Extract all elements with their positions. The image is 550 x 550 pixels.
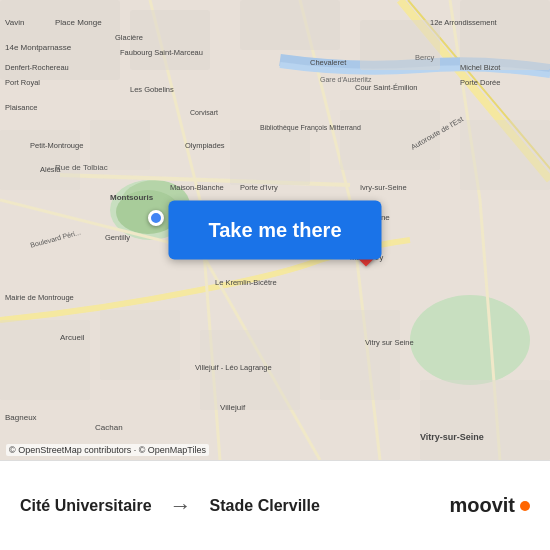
svg-rect-19	[420, 380, 550, 460]
svg-rect-14	[460, 120, 550, 190]
svg-text:Le Kremlin-Bicêtre: Le Kremlin-Bicêtre	[215, 278, 277, 287]
svg-text:Bibliothèque François Mitterra: Bibliothèque François Mitterrand	[260, 124, 361, 132]
svg-text:Villejuif: Villejuif	[220, 403, 246, 412]
svg-text:Porte d'Ivry: Porte d'Ivry	[240, 183, 278, 192]
svg-text:Gentilly: Gentilly	[105, 233, 130, 242]
svg-text:Vitry-sur-Seine: Vitry-sur-Seine	[420, 432, 484, 442]
svg-rect-12	[230, 130, 310, 185]
bottom-bar: Cité Universitaire → Stade Clerville moo…	[0, 460, 550, 550]
svg-rect-15	[0, 320, 90, 400]
map-container: Rue de Tolbiac Boulevard Péri... Autorou…	[0, 0, 550, 460]
svg-text:Corvisart: Corvisart	[190, 109, 218, 116]
svg-text:Cour Saint-Émilion: Cour Saint-Émilion	[355, 83, 418, 92]
svg-text:Bercy: Bercy	[415, 53, 434, 62]
svg-text:Cachan: Cachan	[95, 423, 123, 432]
svg-point-4	[410, 295, 530, 385]
route-destination: Stade Clerville	[210, 497, 320, 515]
svg-text:Place Monge: Place Monge	[55, 18, 102, 27]
svg-text:Villejuif - Léo Lagrange: Villejuif - Léo Lagrange	[195, 363, 272, 372]
svg-text:Faubourg Saint-Marceau: Faubourg Saint-Marceau	[120, 48, 203, 57]
svg-rect-18	[320, 310, 400, 400]
svg-text:Denfert-Rochereau: Denfert-Rochereau	[5, 63, 69, 72]
svg-text:Rue de Tolbiac: Rue de Tolbiac	[55, 163, 108, 172]
svg-text:Maison-Blanche: Maison-Blanche	[170, 183, 224, 192]
map-copyright: © OpenStreetMap contributors · © OpenMap…	[6, 444, 209, 456]
origin-marker	[148, 210, 164, 226]
route-info: Cité Universitaire → Stade Clerville	[20, 493, 449, 519]
svg-text:Vavin: Vavin	[5, 18, 24, 27]
origin-label: Cité Universitaire	[20, 497, 152, 515]
svg-text:14e Montparnasse: 14e Montparnasse	[5, 43, 72, 52]
svg-rect-7	[240, 0, 340, 50]
svg-rect-10	[0, 130, 80, 190]
svg-text:Porte Dorée: Porte Dorée	[460, 78, 500, 87]
destination-label: Stade Clerville	[210, 497, 320, 515]
svg-text:Port Royal: Port Royal	[5, 78, 40, 87]
svg-text:Les Gobelins: Les Gobelins	[130, 85, 174, 94]
moovit-dot	[520, 501, 530, 511]
svg-text:Gare d'Austerlitz: Gare d'Austerlitz	[320, 76, 372, 83]
svg-rect-9	[460, 0, 550, 70]
svg-text:Plaisance: Plaisance	[5, 103, 38, 112]
route-origin: Cité Universitaire	[20, 497, 152, 515]
svg-text:Arcueil: Arcueil	[60, 333, 85, 342]
take-me-there-button[interactable]: Take me there	[168, 201, 381, 260]
route-arrow: →	[170, 493, 192, 519]
svg-rect-16	[100, 310, 180, 380]
moovit-text: moovit	[449, 494, 515, 517]
svg-rect-8	[360, 20, 440, 70]
app: Rue de Tolbiac Boulevard Péri... Autorou…	[0, 0, 550, 550]
svg-text:Ivry-sur-Seine: Ivry-sur-Seine	[360, 183, 407, 192]
moovit-logo: moovit	[449, 494, 530, 517]
svg-text:Michel Bizot: Michel Bizot	[460, 63, 501, 72]
svg-text:12e Arrondissement: 12e Arrondissement	[430, 18, 498, 27]
svg-text:Montsouris: Montsouris	[110, 193, 154, 202]
svg-text:Bagneux: Bagneux	[5, 413, 37, 422]
svg-text:Glacière: Glacière	[115, 33, 143, 42]
svg-text:Mairie de Montrouge: Mairie de Montrouge	[5, 293, 74, 302]
svg-text:Chevaleret: Chevaleret	[310, 58, 347, 67]
svg-text:Olympiades: Olympiades	[185, 141, 225, 150]
svg-text:Vitry sur Seine: Vitry sur Seine	[365, 338, 414, 347]
svg-text:Alésia: Alésia	[40, 165, 61, 174]
svg-text:Petit-Montrouge: Petit-Montrouge	[30, 141, 83, 150]
